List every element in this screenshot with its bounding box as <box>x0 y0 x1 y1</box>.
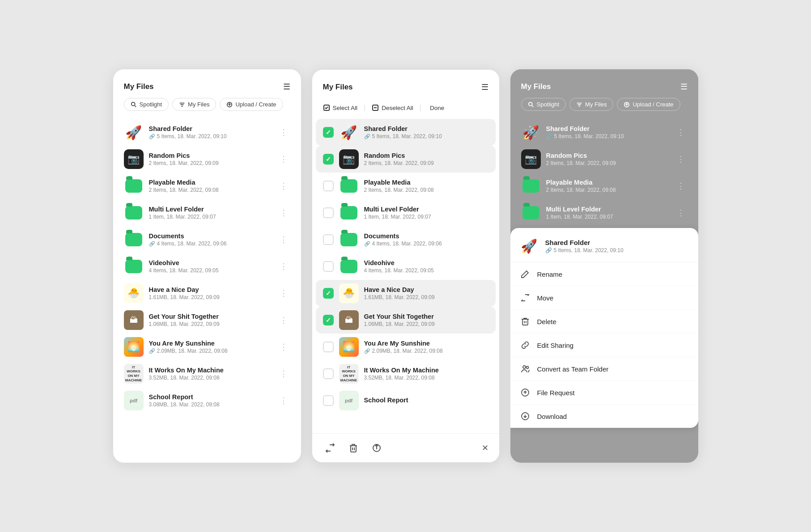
list-item[interactable]: ITWORKSON MYMACHINE It Works On My Machi… <box>316 360 496 387</box>
done-button[interactable]: Done <box>428 105 444 111</box>
list-item[interactable]: Multi Level Folder 1 Item, 18. Mar. 2022… <box>316 199 496 226</box>
checkbox[interactable] <box>323 181 334 191</box>
list-item[interactable]: 🌅 You Are My Sunshine 🔗2.09MB, 18. Mar. … <box>316 334 496 360</box>
list-item[interactable]: Playable Media 2 Items, 18. Mar. 2022, 0… <box>117 173 297 199</box>
file-info: Videohive 4 Items, 18. Mar. 2022, 09:05 <box>149 259 272 274</box>
menu-item-convert-team[interactable]: Convert as Team Folder <box>510 357 698 381</box>
checkbox[interactable] <box>323 288 334 299</box>
list-item[interactable]: 📷 Random Pics 2 Items, 18. Mar. 2022, 09… <box>514 146 695 173</box>
menu-item-file-request[interactable]: File Request <box>510 381 698 405</box>
link-icon: 🔗 <box>546 134 552 139</box>
checkbox[interactable] <box>323 368 334 379</box>
menu-item-edit-sharing[interactable]: Edit Sharing <box>510 334 698 357</box>
list-item[interactable]: 📷 Random Pics 2 Items, 18. Mar. 2022, 09… <box>316 146 496 173</box>
more-button[interactable]: ⋮ <box>277 179 290 193</box>
more-button[interactable]: ⋮ <box>674 126 688 139</box>
file-meta: 1.06MB, 18. Mar. 2022, 09:09 <box>364 321 488 327</box>
list-item[interactable]: 🏔 Get Your Shit Together 1.06MB, 18. Mar… <box>316 307 496 334</box>
checkbox[interactable] <box>323 207 334 218</box>
list-item[interactable]: 🐣 Have a Nice Day 1.61MB, 18. Mar. 2022,… <box>117 280 297 307</box>
file-name: Multi Level Folder <box>364 206 488 213</box>
more-button[interactable]: ⋮ <box>277 313 290 327</box>
camera-icon: 📷 <box>124 149 144 169</box>
checkbox[interactable] <box>323 261 334 272</box>
hamburger-icon[interactable]: ☰ <box>283 82 290 92</box>
checkbox[interactable] <box>323 315 334 325</box>
more-button[interactable]: ⋮ <box>674 179 688 193</box>
more-button[interactable]: ⋮ <box>277 367 290 380</box>
menu-label-convert-team: Convert as Team Folder <box>537 365 609 373</box>
deselect-all-button[interactable]: Deselect All <box>372 104 413 111</box>
trash-icon <box>520 317 530 326</box>
app-container: My Files ☰ Spotlight My Files Upload / C… <box>25 69 786 463</box>
spotlight-button[interactable]: Spotlight <box>124 98 169 111</box>
checkbox[interactable] <box>323 154 334 165</box>
more-button[interactable]: ⋮ <box>674 206 688 220</box>
file-info: Shared Folder 🔗5 Items, 18. Mar. 2022, 0… <box>364 125 488 139</box>
spotlight-button[interactable]: Spotlight <box>521 98 566 111</box>
list-item[interactable]: Multi Level Folder 1 Item, 18. Mar. 2022… <box>117 199 297 226</box>
myfiles-button[interactable]: My Files <box>569 98 613 111</box>
upload-icon <box>624 101 630 108</box>
more-button[interactable]: ⋮ <box>277 394 290 407</box>
list-item[interactable]: 🐣 Have a Nice Day 1.61MB, 18. Mar. 2022,… <box>316 280 496 307</box>
list-item[interactable]: pdf School Report 3.08MB, 18. Mar. 2022,… <box>117 387 297 414</box>
myfiles-button[interactable]: My Files <box>172 98 216 111</box>
file-name: Videohive <box>149 259 272 266</box>
more-button[interactable]: ⋮ <box>277 233 290 246</box>
checkbox[interactable] <box>323 342 334 352</box>
list-item[interactable]: Playable Media 2 Items, 18. Mar. 2022, 0… <box>316 173 496 199</box>
checkbox[interactable] <box>323 395 334 406</box>
more-button[interactable]: ⋮ <box>277 206 290 220</box>
folder-icon <box>124 257 144 276</box>
more-button[interactable]: ⋮ <box>277 340 290 354</box>
list-item[interactable]: 🏔 Get Your Shit Together 1.06MB, 18. Mar… <box>117 307 297 334</box>
file-meta: 2 Items, 18. Mar. 2022, 09:09 <box>364 160 488 166</box>
list-item[interactable]: 🌅 You Are My Sunshine 🔗2.09MB, 18. Mar. … <box>117 334 297 360</box>
move-action-button[interactable] <box>323 441 337 455</box>
file-info: Playable Media 2 Items, 18. Mar. 2022, 0… <box>149 179 272 193</box>
list-item[interactable]: ITWORKSON MYMACHINE It Works On My Machi… <box>117 360 297 387</box>
menu-item-download[interactable]: Download <box>510 405 698 428</box>
more-button[interactable]: ⋮ <box>277 126 290 139</box>
menu-item-rename[interactable]: Rename <box>510 262 698 286</box>
share-action-button[interactable] <box>369 441 384 455</box>
more-button[interactable]: ⋮ <box>277 152 290 166</box>
menu-item-move[interactable]: Move <box>510 286 698 310</box>
file-name: Videohive <box>364 259 488 266</box>
menu-item-delete[interactable]: Delete <box>510 310 698 334</box>
list-item[interactable]: 🚀 Shared Folder 🔗5 Items, 18. Mar. 2022,… <box>514 119 695 146</box>
select-all-button[interactable]: Select All <box>323 104 358 111</box>
list-item[interactable]: 🚀 Shared Folder 🔗5 Items, 18. Mar. 2022,… <box>117 119 297 146</box>
niceday-thumbnail: 🐣 <box>339 283 359 303</box>
file-meta: 🔗2.09MB, 18. Mar. 2022, 09:08 <box>149 348 272 354</box>
upload-create-button[interactable]: Upload / Create <box>617 98 680 111</box>
upload-create-button[interactable]: Upload / Create <box>220 98 283 111</box>
delete-action-button[interactable] <box>346 441 361 455</box>
file-info: Multi Level Folder 1 Item, 18. Mar. 2022… <box>546 206 669 220</box>
checkbox[interactable] <box>323 234 334 245</box>
list-item[interactable]: Documents 🔗4 Items, 18. Mar. 2022, 09:06 <box>316 226 496 253</box>
list-item[interactable]: Multi Level Folder 1 Item, 18. Mar. 2022… <box>514 199 695 226</box>
file-name: Random Pics <box>546 152 669 159</box>
more-button[interactable]: ⋮ <box>674 152 688 166</box>
folder-icon <box>124 230 144 249</box>
list-item[interactable]: Videohive 4 Items, 18. Mar. 2022, 09:05 <box>316 253 496 280</box>
file-name: Shared Folder <box>149 125 272 132</box>
context-file-header: 🚀 Shared Folder 🔗5 Items, 18. Mar. 2022,… <box>510 228 698 262</box>
more-button[interactable]: ⋮ <box>277 287 290 300</box>
pencil-icon <box>520 269 530 279</box>
close-button[interactable]: ✕ <box>482 443 488 453</box>
list-item[interactable]: Videohive 4 Items, 18. Mar. 2022, 09:05 … <box>117 253 297 280</box>
list-item[interactable]: Documents 🔗4 Items, 18. Mar. 2022, 09:06… <box>117 226 297 253</box>
hamburger-icon[interactable]: ☰ <box>680 82 688 92</box>
list-item[interactable]: 📷 Random Pics 2 Items, 18. Mar. 2022, 09… <box>117 146 297 173</box>
list-item[interactable]: Playable Media 2 Items, 18. Mar. 2022, 0… <box>514 173 695 199</box>
more-button[interactable]: ⋮ <box>277 260 290 273</box>
hamburger-icon[interactable]: ☰ <box>481 82 488 92</box>
list-item[interactable]: pdf School Report <box>316 387 496 414</box>
menu-label-file-request: File Request <box>537 389 575 397</box>
rocket-icon: 🚀 <box>521 122 541 142</box>
checkbox[interactable] <box>323 127 334 138</box>
list-item[interactable]: 🚀 Shared Folder 🔗5 Items, 18. Mar. 2022,… <box>316 119 496 146</box>
